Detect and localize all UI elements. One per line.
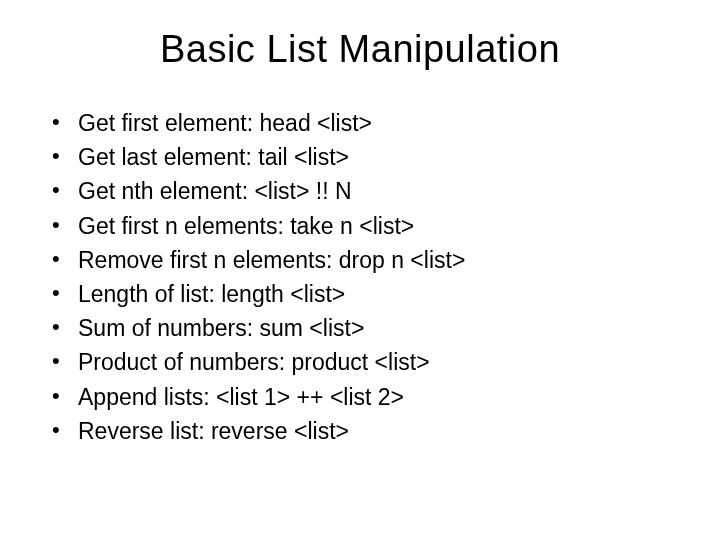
list-item: Get last element: tail <list> (48, 141, 680, 173)
slide: Basic List Manipulation Get first elemen… (0, 0, 720, 540)
list-item: Get first element: head <list> (48, 107, 680, 139)
list-item: Sum of numbers: sum <list> (48, 312, 680, 344)
list-item: Product of numbers: product <list> (48, 346, 680, 378)
list-item: Reverse list: reverse <list> (48, 415, 680, 447)
list-item: Remove first n elements: drop n <list> (48, 244, 680, 276)
list-item: Length of list: length <list> (48, 278, 680, 310)
bullet-list: Get first element: head <list> Get last … (48, 107, 680, 447)
list-item: Append lists: <list 1> ++ <list 2> (48, 381, 680, 413)
page-title: Basic List Manipulation (0, 28, 720, 71)
content-area: Get first element: head <list> Get last … (0, 107, 720, 447)
list-item: Get nth element: <list> !! N (48, 175, 680, 207)
list-item: Get first n elements: take n <list> (48, 210, 680, 242)
